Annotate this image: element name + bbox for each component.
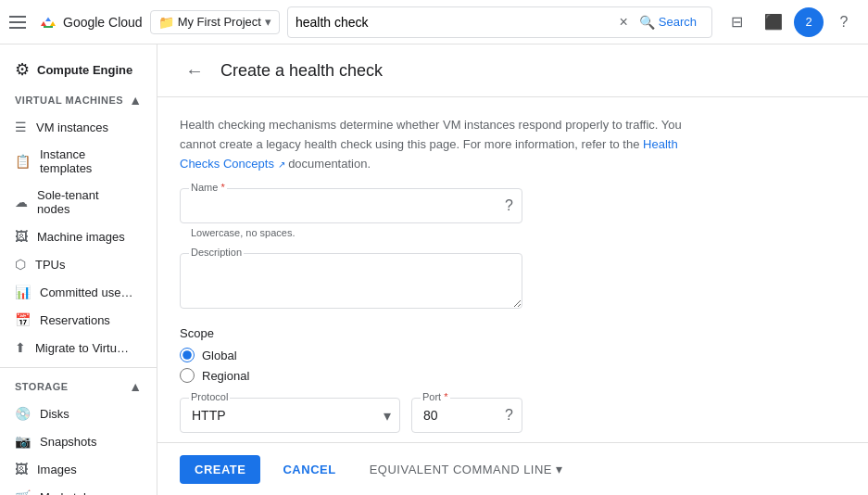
terminal-icon: ⬛: [764, 13, 783, 31]
sidebar-item-snapshots[interactable]: 📷 Snapshots: [0, 427, 149, 455]
page-title: Create a health check: [220, 61, 383, 81]
description-label: Description: [189, 247, 244, 258]
disks-icon: 💿: [15, 406, 31, 421]
equiv-arrow-icon: ▾: [556, 462, 563, 476]
logo-text: Google Cloud: [63, 15, 143, 30]
sidebar-item-label: Disks: [40, 407, 69, 421]
nav-icons: ⊟ ⬛ 2 ?: [720, 6, 861, 39]
back-button[interactable]: ←: [180, 56, 209, 85]
sidebar-item-label: Instance templates: [40, 147, 134, 175]
cancel-button[interactable]: CANCEL: [268, 455, 350, 484]
search-clear-icon[interactable]: ×: [619, 14, 627, 31]
equiv-command-line-button[interactable]: EQUIVALENT COMMAND LINE ▾: [359, 454, 574, 484]
description-textarea[interactable]: [180, 253, 522, 309]
scope-global-label: Global: [202, 349, 237, 362]
protocol-label: Protocol: [189, 391, 230, 402]
scope-section: Scope Global Regional: [180, 326, 846, 383]
sidebar-header: ⚙ Compute Engine: [0, 52, 157, 87]
search-input[interactable]: [296, 15, 616, 30]
avatar-button[interactable]: 2: [794, 7, 824, 37]
project-selector[interactable]: 📁 My First Project ▾: [150, 10, 280, 34]
search-bar: × 🔍 Search: [287, 6, 712, 38]
port-required: *: [441, 391, 447, 402]
sidebar-group-header-storage[interactable]: Storage ▲: [0, 374, 157, 400]
google-cloud-icon: [37, 11, 59, 33]
sidebar-item-label: TPUs: [35, 258, 66, 272]
sidebar-item-label: Machine images: [37, 230, 125, 244]
project-label: My First Project: [178, 15, 261, 29]
machine-images-icon: 🖼: [15, 229, 28, 244]
terminal-button[interactable]: ⬛: [757, 6, 790, 39]
content-area: ← Create a health check Health checking …: [157, 44, 868, 495]
sidebar-item-disks[interactable]: 💿 Disks: [0, 400, 149, 427]
sidebar-item-vm-instances[interactable]: ☰ VM instances: [0, 113, 149, 141]
top-nav: Google Cloud 📁 My First Project ▾ × 🔍 Se…: [0, 0, 868, 44]
hamburger-menu[interactable]: [7, 11, 30, 33]
reservations-icon: 📅: [15, 312, 31, 327]
svg-rect-0: [44, 26, 53, 28]
snapshots-icon: 📷: [15, 434, 31, 449]
scope-regional-option[interactable]: Regional: [180, 368, 846, 383]
protocol-select[interactable]: HTTP HTTPS TCP SSL HTTP2 GRPC: [180, 398, 400, 433]
description-external-icon: ↗: [278, 159, 285, 170]
sidebar-item-label: Snapshots: [40, 435, 96, 449]
chevron-up-icon: ▲: [129, 93, 142, 108]
page-description: Health checking mechanisms determine whe…: [180, 116, 698, 173]
sidebar-item-sole-tenant-nodes[interactable]: ☁ Sole-tenant nodes: [0, 182, 149, 222]
name-required: *: [218, 182, 224, 193]
scope-global-option[interactable]: Global: [180, 348, 846, 362]
sidebar-group-label-vms: Virtual machines: [15, 95, 123, 106]
content-body: Health checking mechanisms determine whe…: [157, 97, 868, 442]
description-form-group: Description: [180, 253, 522, 311]
scope-regional-label: Regional: [202, 369, 249, 383]
help-button[interactable]: ?: [827, 6, 861, 39]
migrate-icon: ⬆: [15, 340, 26, 355]
scope-regional-radio[interactable]: [180, 368, 195, 383]
notifications-icon: ⊟: [731, 13, 743, 31]
sidebar-item-reservations[interactable]: 📅 Reservations: [0, 306, 149, 334]
protocol-port-row: Protocol HTTP HTTPS TCP SSL HTTP2 GRPC ▾: [180, 398, 522, 433]
sidebar-item-images[interactable]: 🖼 Images: [0, 455, 149, 483]
create-button[interactable]: CREATE: [180, 455, 260, 484]
sidebar-group-virtual-machines: Virtual machines ▲ ☰ VM instances 📋 Inst…: [0, 87, 157, 362]
sidebar-item-label: Marketplace: [40, 490, 106, 496]
sidebar-item-tpus[interactable]: ⬡ TPUs: [0, 250, 149, 278]
name-input[interactable]: [180, 188, 522, 223]
google-cloud-logo: Google Cloud: [37, 11, 143, 33]
compute-engine-icon: ⚙: [15, 59, 30, 80]
port-form-group: Port * ?: [411, 398, 522, 433]
name-hint: Lowercase, no spaces.: [180, 227, 846, 238]
sidebar-group-header-vms[interactable]: Virtual machines ▲: [0, 87, 157, 113]
sidebar-item-committed-use[interactable]: 📊 Committed use discounts: [0, 278, 149, 306]
chevron-up-storage-icon: ▲: [129, 379, 142, 394]
back-arrow-icon: ←: [185, 60, 204, 82]
sidebar-item-label: VM instances: [36, 121, 108, 134]
sidebar-item-migrate[interactable]: ⬆ Migrate to Virtual Machin...: [0, 334, 149, 362]
main-layout: ⚙ Compute Engine Virtual machines ▲ ☰ VM…: [0, 44, 868, 495]
search-button-label: Search: [659, 15, 697, 29]
folder-icon: 📁: [158, 15, 174, 30]
name-help-icon[interactable]: ?: [505, 197, 513, 214]
content-header: ← Create a health check: [157, 44, 868, 97]
notifications-button[interactable]: ⊟: [720, 6, 753, 39]
protocol-select-wrapper: HTTP HTTPS TCP SSL HTTP2 GRPC ▾: [180, 398, 400, 433]
sidebar-divider: [0, 367, 157, 368]
scope-global-radio[interactable]: [180, 348, 195, 362]
sole-tenant-icon: ☁: [15, 195, 28, 209]
sidebar-item-marketplace[interactable]: 🛒 Marketplace: [0, 483, 149, 495]
committed-use-icon: 📊: [15, 285, 31, 299]
sidebar-item-label: Migrate to Virtual Machin...: [35, 341, 134, 355]
sidebar-item-instance-templates[interactable]: 📋 Instance templates: [0, 141, 149, 182]
protocol-form-group: Protocol HTTP HTTPS TCP SSL HTTP2 GRPC ▾: [180, 398, 400, 433]
scope-label: Scope: [180, 326, 846, 340]
sidebar-item-machine-images[interactable]: 🖼 Machine images: [0, 222, 149, 250]
name-label: Name *: [189, 182, 227, 193]
sidebar-item-label: Reservations: [40, 313, 110, 327]
tpus-icon: ⬡: [15, 257, 26, 272]
sidebar-item-label: Committed use discounts: [40, 286, 134, 299]
port-help-icon[interactable]: ?: [505, 407, 513, 424]
scope-radio-group: Global Regional: [180, 348, 846, 383]
help-icon: ?: [840, 14, 849, 31]
search-button[interactable]: 🔍 Search: [632, 11, 704, 33]
avatar-label: 2: [805, 15, 811, 29]
